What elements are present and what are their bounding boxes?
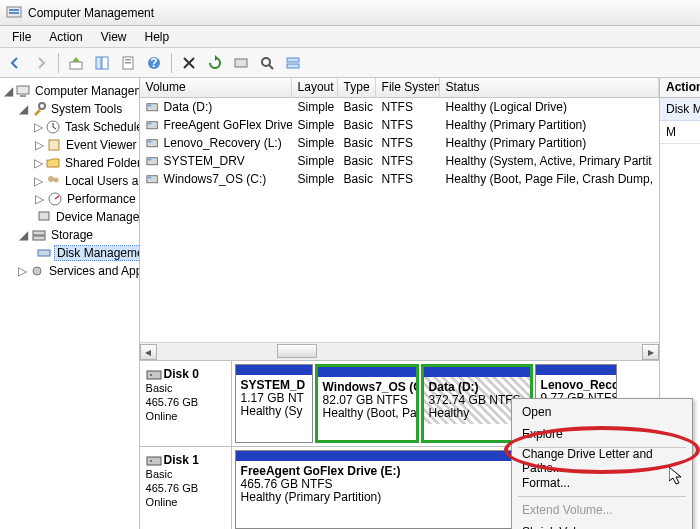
disk-icon <box>146 455 162 467</box>
svg-rect-1 <box>9 9 19 11</box>
ctx-change-drive-letter[interactable]: Change Drive Letter and Paths... <box>514 450 690 472</box>
volume-list[interactable]: Data (D:)SimpleBasicNTFSHealthy (Logical… <box>140 98 659 342</box>
folder-share-icon <box>45 155 61 171</box>
volume-type: Basic <box>338 117 376 133</box>
tree-disk-management[interactable]: Disk Management <box>0 244 139 262</box>
actions-row-1[interactable]: Disk M <box>660 98 700 121</box>
tree-local-users[interactable]: ▷Local Users and Groups <box>0 172 139 190</box>
volume-fs: NTFS <box>376 117 440 133</box>
volume-status: Healthy (Boot, Page File, Crash Dump, <box>440 171 659 187</box>
tree-storage[interactable]: ◢Storage <box>0 226 139 244</box>
disk-kind: Basic <box>146 381 225 395</box>
volume-name: Windows7_OS (C:) <box>164 172 267 186</box>
svg-rect-4 <box>96 57 101 69</box>
drive-icon <box>146 155 160 167</box>
partition-status: Healthy (Boot, Page <box>323 407 411 420</box>
volume-name: FreeAgent GoFlex Drive (E:) <box>164 118 292 132</box>
ctx-open[interactable]: Open <box>514 401 690 423</box>
disk-header[interactable]: Disk 1Basic465.76 GBOnline <box>140 447 232 529</box>
menu-action[interactable]: Action <box>41 28 90 46</box>
svg-rect-2 <box>9 12 19 14</box>
col-filesystem[interactable]: File System <box>376 78 440 97</box>
ctx-format[interactable]: Format... <box>514 472 690 494</box>
volume-fs: NTFS <box>376 99 440 115</box>
nav-tree[interactable]: ◢Computer Management (Local ◢System Tool… <box>0 78 140 529</box>
svg-rect-19 <box>49 140 59 150</box>
col-volume[interactable]: Volume <box>140 78 292 97</box>
show-hide-tree-button[interactable] <box>91 52 113 74</box>
partition-status: Healthy (Sy <box>241 405 307 418</box>
volume-status: Healthy (Logical Drive) <box>440 99 659 115</box>
volume-row[interactable]: SYSTEM_DRVSimpleBasicNTFSHealthy (System… <box>140 152 659 170</box>
svg-rect-31 <box>147 122 151 124</box>
svg-rect-33 <box>147 140 151 142</box>
tree-system-tools[interactable]: ◢System Tools <box>0 100 139 118</box>
volume-layout: Simple <box>292 135 338 151</box>
storage-icon <box>31 227 47 243</box>
tree-device-manager[interactable]: Device Manager <box>0 208 139 226</box>
drive-icon <box>146 137 160 149</box>
tree-shared-folders[interactable]: ▷Shared Folders <box>0 154 139 172</box>
menu-view[interactable]: View <box>93 28 135 46</box>
up-button[interactable] <box>65 52 87 74</box>
toolbar: ? <box>0 48 700 78</box>
drive-icon <box>146 101 160 113</box>
scroll-left-button[interactable]: ◂ <box>140 344 157 360</box>
partition[interactable]: Windows7_OS (C:)82.07 GB NTFSHealthy (Bo… <box>315 364 419 443</box>
help-button[interactable]: ? <box>143 52 165 74</box>
scroll-track[interactable] <box>157 344 642 360</box>
tool-button-1[interactable] <box>230 52 252 74</box>
col-status[interactable]: Status <box>440 78 659 97</box>
properties-button[interactable] <box>117 52 139 74</box>
window-title: Computer Management <box>28 6 154 20</box>
tree-root[interactable]: ◢Computer Management (Local <box>0 82 139 100</box>
volume-type: Basic <box>338 99 376 115</box>
menu-file[interactable]: File <box>4 28 39 46</box>
volume-row[interactable]: Lenovo_Recovery (L:)SimpleBasicNTFSHealt… <box>140 134 659 152</box>
volume-list-header[interactable]: Volume Layout Type File System Status <box>140 78 659 98</box>
tree-event-viewer[interactable]: ▷Event Viewer <box>0 136 139 154</box>
rescan-button[interactable] <box>256 52 278 74</box>
disk-state: Online <box>146 495 225 509</box>
col-layout[interactable]: Layout <box>292 78 338 97</box>
delete-button[interactable] <box>178 52 200 74</box>
computer-icon <box>15 83 31 99</box>
menu-help[interactable]: Help <box>137 28 178 46</box>
refresh-button[interactable] <box>204 52 226 74</box>
svg-point-17 <box>39 103 45 109</box>
svg-rect-26 <box>38 250 50 256</box>
volume-status: Healthy (Primary Partition) <box>440 117 659 133</box>
back-button[interactable] <box>4 52 26 74</box>
svg-rect-15 <box>17 86 29 94</box>
scroll-right-button[interactable]: ▸ <box>642 344 659 360</box>
actions-row-2[interactable]: M <box>660 121 700 144</box>
partition[interactable]: SYSTEM_D1.17 GB NTHealthy (Sy <box>235 364 313 443</box>
tree-performance[interactable]: ▷Performance <box>0 190 139 208</box>
svg-rect-7 <box>125 59 131 61</box>
ctx-explore[interactable]: Explore <box>514 423 690 445</box>
col-type[interactable]: Type <box>338 78 376 97</box>
disk-size: 465.76 GB <box>146 395 225 409</box>
ctx-shrink-volume[interactable]: Shrink Volume... <box>514 521 690 529</box>
drive-icon <box>146 173 160 185</box>
svg-rect-25 <box>33 236 45 240</box>
volume-row[interactable]: Windows7_OS (C:)SimpleBasicNTFSHealthy (… <box>140 170 659 188</box>
h-scrollbar[interactable]: ◂ ▸ <box>140 342 659 360</box>
event-icon <box>46 137 62 153</box>
tool-button-2[interactable] <box>282 52 304 74</box>
gear-icon <box>29 263 45 279</box>
volume-status: Healthy (System, Active, Primary Partit <box>440 153 659 169</box>
svg-point-21 <box>54 178 59 183</box>
disk-size: 465.76 GB <box>146 481 225 495</box>
forward-button[interactable] <box>30 52 52 74</box>
volume-row[interactable]: FreeAgent GoFlex Drive (E:)SimpleBasicNT… <box>140 116 659 134</box>
disk-header[interactable]: Disk 0Basic465.76 GBOnline <box>140 361 232 446</box>
volume-fs: NTFS <box>376 135 440 151</box>
tree-task-scheduler[interactable]: ▷Task Scheduler <box>0 118 139 136</box>
volume-layout: Simple <box>292 171 338 187</box>
svg-rect-11 <box>235 59 247 67</box>
tree-services-apps[interactable]: ▷Services and Applications <box>0 262 139 280</box>
volume-row[interactable]: Data (D:)SimpleBasicNTFSHealthy (Logical… <box>140 98 659 116</box>
users-icon <box>45 173 61 189</box>
scroll-thumb[interactable] <box>277 344 317 358</box>
